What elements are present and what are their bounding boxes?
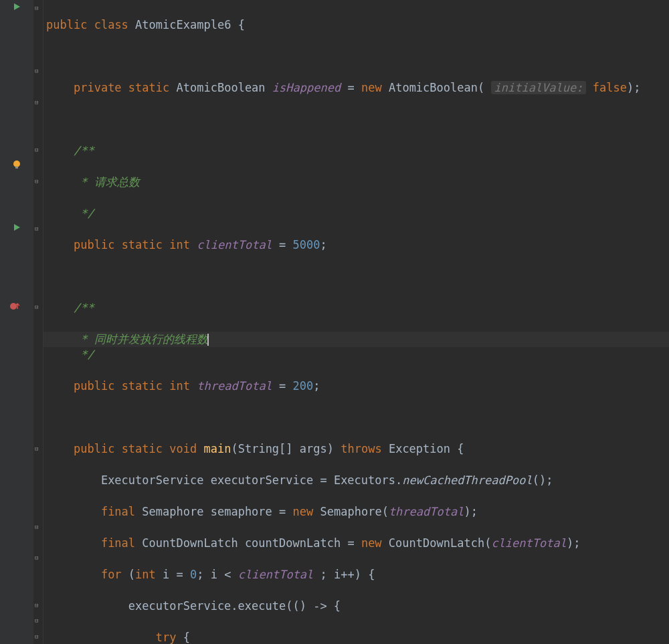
code-line[interactable]: executorService.execute(() -> { (46, 599, 669, 615)
code-line[interactable]: /** (46, 300, 669, 316)
code-line-current[interactable]: * 同时并发执行的线程数 (43, 332, 669, 348)
svg-point-1 (13, 160, 20, 167)
fold-marker-icon[interactable]: ⊟ (35, 446, 41, 452)
text-caret (207, 334, 209, 346)
run-class-icon[interactable] (0, 3, 33, 11)
code-line[interactable]: try { (46, 630, 669, 644)
code-line[interactable]: private static AtomicBoolean isHappened … (46, 80, 669, 96)
svg-marker-0 (14, 3, 20, 10)
fold-marker-icon[interactable]: ⊟ (35, 524, 41, 530)
fold-marker-icon[interactable]: ⊟ (35, 226, 41, 232)
code-line[interactable]: public class AtomicExample6 { (46, 17, 669, 33)
editor-gutter (0, 0, 33, 644)
fold-marker-icon[interactable]: ⊟ (35, 304, 41, 310)
code-line[interactable]: final CountDownLatch countDownLatch = ne… (46, 536, 669, 552)
code-line[interactable]: * 请求总数 (46, 175, 669, 191)
code-line[interactable]: ExecutorService executorService = Execut… (46, 473, 669, 489)
svg-marker-3 (14, 224, 20, 231)
fold-marker-icon[interactable]: ⊟ (35, 634, 41, 640)
code-line[interactable] (46, 112, 669, 128)
code-line[interactable] (46, 49, 669, 65)
fold-marker-icon[interactable]: ⊟ (35, 5, 41, 11)
fold-marker-icon[interactable]: ⊟ (35, 603, 41, 609)
code-line[interactable]: public static int clientTotal = 5000; (46, 237, 669, 253)
run-method-icon[interactable] (0, 223, 33, 231)
code-editor[interactable]: ⊟ ⊟ ⊟ ⊟ ⊟ ⊟ ⊟ ⊟ ⊟ ⊟ ⊟ ⊟ ⊟ public class A… (0, 0, 669, 644)
svg-rect-2 (15, 167, 18, 169)
fold-marker-icon[interactable]: ⊟ (35, 68, 41, 74)
breakpoint-icon[interactable] (0, 302, 32, 311)
fold-marker-icon[interactable]: ⊟ (35, 179, 41, 185)
code-area[interactable]: public class AtomicExample6 { private st… (43, 0, 669, 644)
fold-marker-icon[interactable]: ⊟ (35, 618, 41, 624)
code-line[interactable] (46, 269, 669, 285)
parameter-hint: initialValue: (491, 81, 585, 94)
code-line[interactable]: final Semaphore semaphore = new Semaphor… (46, 504, 669, 520)
fold-column: ⊟ ⊟ ⊟ ⊟ ⊟ ⊟ ⊟ ⊟ ⊟ ⊟ ⊟ ⊟ ⊟ (33, 0, 43, 644)
fold-marker-icon[interactable]: ⊟ (35, 100, 41, 106)
intention-bulb-icon[interactable] (0, 160, 33, 169)
fold-marker-icon[interactable]: ⊟ (35, 555, 41, 561)
code-line[interactable]: for (int i = 0; i < clientTotal ; i++) { (46, 567, 669, 583)
code-line[interactable]: public static int threadTotal = 200; (46, 379, 669, 395)
code-line[interactable]: */ (46, 206, 669, 222)
code-line[interactable]: */ (46, 347, 669, 363)
svg-point-4 (10, 303, 17, 310)
code-line[interactable]: /** (46, 143, 669, 159)
code-line[interactable] (46, 410, 669, 426)
code-line[interactable]: public static void main(String[] args) t… (46, 441, 669, 457)
fold-marker-icon[interactable]: ⊟ (35, 147, 41, 153)
